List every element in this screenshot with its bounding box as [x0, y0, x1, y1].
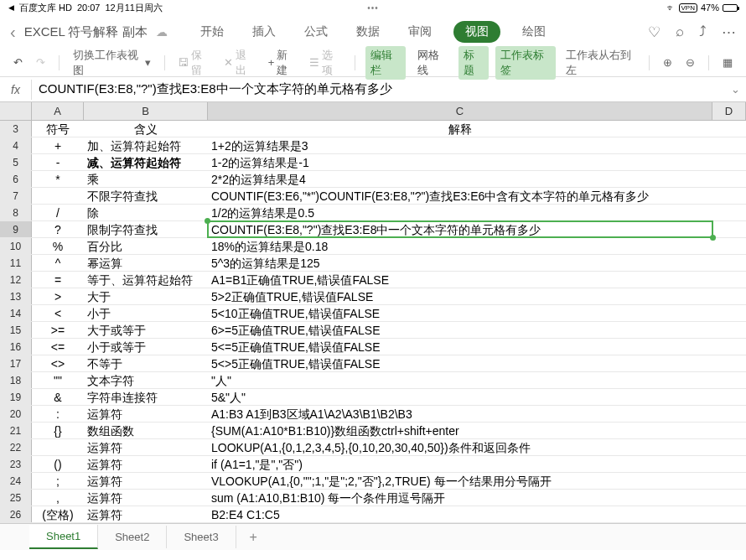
zoom-in-icon[interactable]: ⊕	[660, 54, 676, 70]
cell[interactable]: <>	[32, 355, 84, 371]
cell[interactable]: 1-2的运算结果是-1	[208, 154, 712, 170]
more-icon[interactable]: ⋯	[722, 23, 736, 41]
row-number[interactable]: 13	[0, 288, 32, 304]
cell[interactable]: 小于	[84, 305, 208, 321]
cell[interactable]: 5<=5正确值TRUE,错误值FALSE	[208, 339, 712, 355]
cell[interactable]: 符号	[32, 121, 84, 137]
cell[interactable]: 含义	[84, 121, 208, 137]
ribbon-tab-5[interactable]: 视图	[453, 21, 500, 43]
fx-label[interactable]: fx	[0, 80, 32, 100]
cell[interactable]: 运算符	[84, 406, 208, 422]
cell[interactable]: 6>=5正确值TRUE,错误值FALSE	[208, 322, 712, 338]
cell[interactable]: 解释	[208, 121, 712, 137]
cell[interactable]: 除	[84, 205, 208, 220]
cell[interactable]: 5<>5正确值TRUE,错误值FALSE	[208, 355, 712, 371]
cell[interactable]: :	[32, 406, 84, 422]
cell[interactable]: COUNTIF(E3:E8,"?")查找E3:E8中一个文本字符的单元格有多少	[208, 221, 712, 237]
cell[interactable]: 1+2的运算结果是3	[208, 137, 712, 153]
ribbon-tab-6[interactable]: 绘图	[515, 21, 552, 43]
cell[interactable]: "人"	[208, 372, 712, 388]
sheet-tab-0[interactable]: Sheet1	[29, 525, 98, 549]
cell[interactable]: 5<10正确值TRUE,错误值FALSE	[208, 305, 712, 321]
cell[interactable]: A1:B3 A1到B3区域A1\A2\A3\B1\B2\B3	[208, 406, 712, 422]
view-switch-button[interactable]: 切换工作表视图 ▾	[70, 46, 154, 80]
formula-expand-icon[interactable]: ⌄	[724, 83, 746, 96]
row-number[interactable]: 4	[0, 137, 32, 153]
cell[interactable]: LOOKUP(A1,{0,1,2,3,4,5},{0,10,20,30,40,5…	[208, 439, 712, 455]
cell[interactable]: >=	[32, 322, 84, 338]
cell[interactable]: sum (A1:A10,B1:B10) 每一个条件用逗号隔开	[208, 490, 712, 506]
grid-icon[interactable]: ▦	[719, 54, 736, 70]
col-header-b[interactable]: B	[84, 102, 208, 120]
cell[interactable]	[32, 439, 84, 455]
formula-input[interactable]: COUNTIF(E3:E8,"?")查找E3:E8中一个文本字符的单元格有多少	[32, 78, 724, 101]
cell[interactable]: ^	[32, 255, 84, 271]
cell[interactable]: 不限字符查找	[84, 188, 208, 204]
row-number[interactable]: 11	[0, 255, 32, 271]
row-number[interactable]: 15	[0, 322, 32, 338]
sheet-tab-2[interactable]: Sheet3	[167, 526, 236, 548]
spreadsheet-grid[interactable]: 3符号含义解释4+加、运算符起始符1+2的运算结果是35-减、运算符起始符1-2…	[0, 121, 746, 523]
add-sheet-button[interactable]: +	[236, 525, 271, 550]
cell[interactable]: <=	[32, 339, 84, 355]
row-number[interactable]: 19	[0, 389, 32, 405]
row-number[interactable]: 8	[0, 205, 32, 220]
cell[interactable]: ""	[32, 372, 84, 388]
cell[interactable]: 运算符	[84, 506, 208, 522]
cell[interactable]: 小于或等于	[84, 339, 208, 355]
cell[interactable]: -	[32, 154, 84, 170]
cell[interactable]: 5&"人"	[208, 389, 712, 405]
cell[interactable]: %	[32, 238, 84, 254]
row-number[interactable]: 23	[0, 456, 32, 472]
cell[interactable]: 数组函数	[84, 423, 208, 438]
row-number[interactable]: 17	[0, 355, 32, 371]
cell[interactable]: *	[32, 171, 84, 187]
cell[interactable]: 大于	[84, 288, 208, 304]
cell[interactable]: ()	[32, 456, 84, 472]
row-number[interactable]: 14	[0, 305, 32, 321]
cell[interactable]: =	[32, 272, 84, 288]
cell[interactable]: &	[32, 389, 84, 405]
ribbon-tab-3[interactable]: 数据	[350, 21, 386, 43]
cell[interactable]: >	[32, 288, 84, 304]
row-number[interactable]: 10	[0, 238, 32, 254]
cell[interactable]: 文本字符	[84, 372, 208, 388]
row-number[interactable]: 5	[0, 154, 32, 170]
cell[interactable]: 字符串连接符	[84, 389, 208, 405]
cell[interactable]: /	[32, 205, 84, 220]
cell[interactable]: A1=B1正确值TRUE,错误值FALSE	[208, 272, 712, 288]
rtl-toggle[interactable]: 工作表从右到左	[562, 46, 639, 80]
cell[interactable]: ?	[32, 221, 84, 237]
cell[interactable]: 1/2的运算结果是0.5	[208, 205, 712, 220]
cell[interactable]: 不等于	[84, 355, 208, 371]
new-button[interactable]: + 新建	[265, 46, 300, 80]
bulb-icon[interactable]: ♡	[648, 23, 661, 41]
row-number[interactable]: 24	[0, 473, 32, 489]
cell[interactable]: 2*2的运算结果是4	[208, 171, 712, 187]
cell[interactable]: <	[32, 305, 84, 321]
row-number[interactable]: 7	[0, 188, 32, 204]
select-all-corner[interactable]	[0, 102, 32, 120]
headings-toggle[interactable]: 标题	[458, 46, 489, 80]
cell[interactable]: 运算符	[84, 456, 208, 472]
cell[interactable]: 5^3的运算结果是125	[208, 255, 712, 271]
cell[interactable]: 幂运算	[84, 255, 208, 271]
cell[interactable]: B2:E4 C1:C5	[208, 506, 712, 522]
cell[interactable]: 运算符	[84, 473, 208, 489]
ribbon-tab-1[interactable]: 插入	[246, 21, 282, 43]
row-number[interactable]: 9	[0, 221, 32, 237]
ribbon-tab-2[interactable]: 公式	[298, 21, 334, 43]
cell[interactable]: 减、运算符起始符	[84, 154, 208, 170]
cell[interactable]: {SUM(A1:A10*B1:B10)}数组函数ctrl+shift+enter	[208, 423, 712, 438]
cell[interactable]: 18%的运算结果是0.18	[208, 238, 712, 254]
col-header-a[interactable]: A	[32, 102, 84, 120]
editbar-toggle[interactable]: 编辑栏	[365, 46, 406, 80]
row-number[interactable]: 25	[0, 490, 32, 506]
cell[interactable]: ;	[32, 473, 84, 489]
undo-icon[interactable]: ↶	[10, 54, 26, 70]
cell[interactable]: 百分比	[84, 238, 208, 254]
cell[interactable]	[32, 188, 84, 204]
cell[interactable]: (空格)	[32, 506, 84, 522]
cell[interactable]: if (A1=1,"是","否")	[208, 456, 712, 472]
cell[interactable]: VLOOKUP(A1,{0,"";1,"是";2,"否"},2,TRUE) 每一…	[208, 473, 712, 489]
